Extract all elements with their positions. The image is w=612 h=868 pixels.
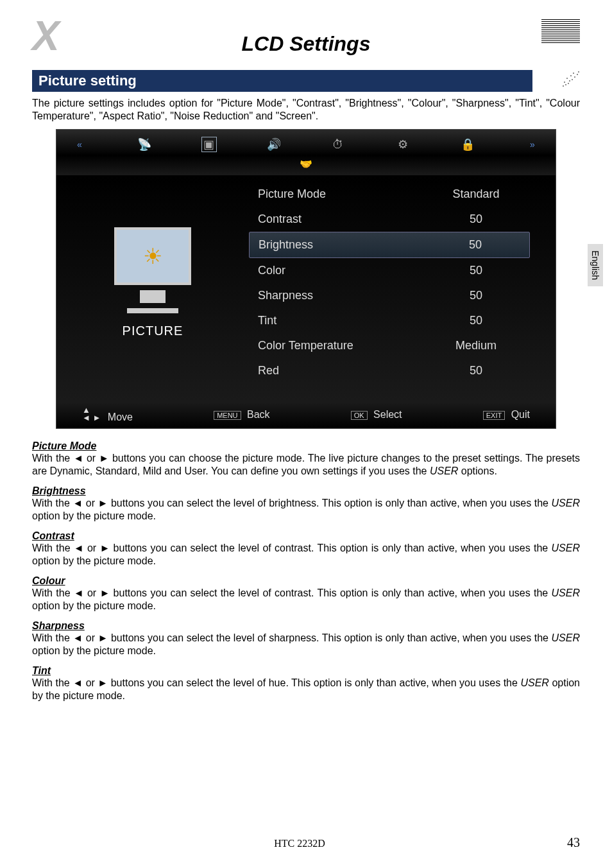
osd-submenu-icon: 🤝 bbox=[56, 155, 556, 175]
osd-row-label: Picture Mode bbox=[258, 187, 326, 201]
osd-row-sharpness: Sharpness 50 bbox=[249, 283, 530, 308]
lock-tab-icon: 🔒 bbox=[460, 137, 475, 152]
osd-row-value: Standard bbox=[431, 187, 521, 201]
osd-row-label: Red bbox=[258, 364, 279, 378]
osd-row-label: Color Temperature bbox=[258, 339, 353, 352]
subsec-text: With the ◄ or ► buttons you can select t… bbox=[32, 677, 520, 688]
corner-decor bbox=[561, 69, 580, 89]
subsec-sharpness: Sharpness With the ◄ or ► buttons you ca… bbox=[32, 620, 580, 657]
osd-category-label: PICTURE bbox=[123, 324, 183, 338]
subsec-body: With the ◄ or ► buttons you can select t… bbox=[32, 632, 580, 657]
osd-row-value: 50 bbox=[431, 264, 521, 277]
subsec-text: option by the picture mode. bbox=[32, 645, 156, 656]
osd-hint-back: MENU Back bbox=[214, 409, 269, 421]
dpad-icon: ▲◄ ► bbox=[82, 406, 101, 421]
user-em: USER bbox=[552, 542, 580, 553]
subsec-picture-mode: Picture Mode With the ◄ or ► buttons you… bbox=[32, 440, 580, 478]
osd-row-value: 50 bbox=[431, 213, 521, 226]
osd-select-label: Select bbox=[373, 409, 402, 420]
osd-row-color: Color 50 bbox=[249, 258, 530, 283]
osd-row-color-temperature: Color Temperature Medium bbox=[249, 333, 530, 358]
user-em: USER bbox=[430, 465, 458, 476]
osd-row-brightness: Brightness 50 bbox=[249, 232, 530, 258]
subsec-text: With the ◄ or ► buttons you can select t… bbox=[32, 632, 552, 643]
exit-button-icon: EXIT bbox=[483, 411, 505, 420]
language-tab: English bbox=[588, 244, 603, 286]
footer-model: HTC 2232D bbox=[274, 838, 325, 849]
subsec-heading: Brightness bbox=[32, 485, 580, 497]
svg-point-6 bbox=[566, 78, 568, 79]
subsec-body: With the ◄ or ► buttons you can select t… bbox=[32, 677, 580, 702]
osd-help-bar: ▲◄ ► Move MENU Back OK Select EXIT Quit bbox=[56, 403, 556, 428]
subsec-brightness: Brightness With the ◄ or ► buttons you c… bbox=[32, 485, 580, 523]
osd-menu-screenshot: « 📡 ▣ 🔊 ⏱ ⚙ 🔒 » 🤝 ☀ PICTURE Picture Mode… bbox=[56, 129, 556, 429]
osd-back-label: Back bbox=[247, 409, 270, 420]
user-em: USER bbox=[552, 632, 580, 643]
subsec-colour: Colour With the ◄ or ► buttons you can s… bbox=[32, 575, 580, 612]
osd-row-value: 50 bbox=[431, 364, 521, 378]
svg-point-4 bbox=[569, 80, 570, 82]
subsec-text: option by the picture mode. bbox=[32, 510, 156, 521]
timer-tab-icon: ⏱ bbox=[330, 137, 346, 152]
subsec-body: With the ◄ or ► buttons you can select t… bbox=[32, 587, 580, 612]
brand-logo: X bbox=[32, 18, 57, 55]
user-em: USER bbox=[552, 587, 580, 598]
sound-tab-icon: 🔊 bbox=[266, 137, 282, 152]
svg-point-1 bbox=[565, 84, 566, 85]
subsec-body: With the ◄ or ► buttons you can select t… bbox=[32, 542, 580, 568]
svg-point-3 bbox=[564, 82, 565, 83]
page-title: LCD Settings bbox=[32, 32, 580, 56]
osd-hint-move: ▲◄ ► Move bbox=[82, 406, 133, 423]
subsec-heading: Picture Mode bbox=[32, 440, 580, 452]
svg-point-9 bbox=[577, 74, 578, 75]
subsec-text: With the ◄ or ► buttons you can select t… bbox=[32, 587, 552, 598]
osd-category-panel: ☀ PICTURE bbox=[56, 182, 249, 383]
page-footer: HTC 2232D 43 bbox=[32, 835, 580, 850]
osd-top-tabs: « 📡 ▣ 🔊 ⏱ ⚙ 🔒 » bbox=[56, 130, 556, 155]
osd-row-label: Color bbox=[258, 264, 285, 277]
svg-point-7 bbox=[574, 76, 575, 78]
osd-prev-icon: « bbox=[72, 137, 87, 152]
svg-point-11 bbox=[578, 71, 579, 73]
subsec-heading: Colour bbox=[32, 575, 580, 587]
osd-row-value: 50 bbox=[430, 238, 520, 252]
subsec-text: option by the picture mode. bbox=[32, 600, 156, 611]
osd-row-label: Tint bbox=[258, 314, 276, 327]
svg-point-10 bbox=[573, 73, 574, 74]
subsec-heading: Sharpness bbox=[32, 620, 580, 632]
svg-point-0 bbox=[563, 85, 564, 87]
user-em: USER bbox=[552, 498, 580, 508]
osd-next-icon: » bbox=[525, 137, 540, 152]
osd-row-label: Brightness bbox=[259, 238, 313, 252]
subsec-text: option by the picture mode. bbox=[32, 555, 156, 566]
decor-lines bbox=[541, 19, 580, 64]
subsec-text: With the ◄ or ► buttons you can choose t… bbox=[32, 453, 580, 476]
subsec-tint: Tint With the ◄ or ► buttons you can sel… bbox=[32, 665, 580, 702]
osd-row-value: Medium bbox=[431, 339, 521, 352]
subsec-heading: Tint bbox=[32, 665, 580, 677]
channel-tab-icon: 📡 bbox=[137, 137, 152, 152]
osd-row-contrast: Contrast 50 bbox=[249, 207, 530, 232]
osd-row-red: Red 50 bbox=[249, 358, 530, 383]
osd-move-label: Move bbox=[108, 412, 133, 422]
osd-quit-label: Quit bbox=[511, 409, 530, 420]
subsec-contrast: Contrast With the ◄ or ► buttons you can… bbox=[32, 530, 580, 568]
menu-button-icon: MENU bbox=[214, 411, 241, 420]
osd-hint-select: OK Select bbox=[351, 409, 402, 421]
ok-button-icon: OK bbox=[351, 411, 368, 420]
osd-hint-quit: EXIT Quit bbox=[483, 409, 530, 421]
osd-settings-list: Picture Mode Standard Contrast 50 Bright… bbox=[249, 182, 556, 383]
osd-row-label: Contrast bbox=[258, 213, 302, 226]
svg-point-5 bbox=[572, 79, 573, 80]
user-em: USER bbox=[520, 677, 548, 688]
footer-page-number: 43 bbox=[567, 835, 580, 850]
sun-icon: ☀ bbox=[143, 243, 162, 269]
subsec-text: With the ◄ or ► buttons you can select t… bbox=[32, 542, 552, 553]
osd-row-value: 50 bbox=[431, 314, 521, 327]
subsec-text: With the ◄ or ► buttons you can select t… bbox=[32, 498, 552, 508]
picture-tab-icon: ▣ bbox=[201, 137, 217, 152]
subsec-body: With the ◄ or ► buttons you can choose t… bbox=[32, 452, 580, 478]
setup-tab-icon: ⚙ bbox=[395, 137, 411, 152]
intro-text: The picture settings includes option for… bbox=[32, 97, 580, 123]
osd-row-picture-mode: Picture Mode Standard bbox=[249, 182, 530, 207]
